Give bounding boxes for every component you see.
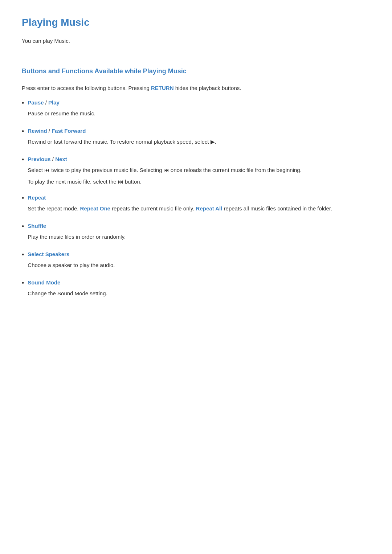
bullet-dot: • [22,279,24,288]
features-list: • Pause / Play Pause or resume the music… [22,98,370,299]
bullet-dot: • [22,127,24,136]
repeat-all-highlight: Repeat All [196,205,222,212]
list-item: • Select Speakers Choose a speaker to pl… [22,250,370,271]
bullet-content: Sound Mode Change the Sound Mode setting… [28,278,370,299]
previous-next-label: Previous / Next [28,155,370,164]
rewind-ff-description: Rewind or fast forward the music. To res… [28,138,370,146]
pause-play-description: Pause or resume the music. [28,109,370,118]
select-speakers-description: Choose a speaker to play the audio. [28,261,370,270]
rewind-label: Rewind [28,128,47,134]
bullet-content: Rewind / Fast Forward Rewind or fast for… [28,127,370,148]
bullet-content: Repeat Set the repeat mode. Repeat One r… [28,193,370,214]
pause-label: Pause [28,99,44,106]
page-title: Playing Music [22,15,370,31]
repeat-text: Repeat [28,194,46,201]
separator: / [47,128,52,134]
separator: / [51,156,56,162]
return-highlight: RETURN [151,85,174,91]
shuffle-description: Play the music files in order or randoml… [28,233,370,241]
sound-mode-description: Change the Sound Mode setting. [28,289,370,298]
list-item: • Pause / Play Pause or resume the music… [22,98,370,119]
shuffle-label: Shuffle [28,222,370,230]
previous-description: Select ⏮ twice to play the previous musi… [28,166,370,175]
list-item: • Sound Mode Change the Sound Mode setti… [22,278,370,299]
sound-mode-text: Sound Mode [28,279,60,286]
list-item: • Previous / Next Select ⏮ twice to play… [22,155,370,186]
rewind-ff-label: Rewind / Fast Forward [28,127,370,135]
section-divider [22,57,370,57]
section-intro: Press enter to access the following butt… [22,84,370,93]
bullet-content: Previous / Next Select ⏮ twice to play t… [28,155,370,186]
bullet-dot: • [22,222,24,231]
bullet-content: Shuffle Play the music files in order or… [28,222,370,243]
pause-play-label: Pause / Play [28,98,370,107]
repeat-description: Set the repeat mode. Repeat One repeats … [28,204,370,213]
select-speakers-text: Select Speakers [28,251,69,257]
select-speakers-label: Select Speakers [28,250,370,259]
previous-label: Previous [28,156,50,162]
list-item: • Shuffle Play the music files in order … [22,222,370,243]
bullet-dot: • [22,250,24,259]
shuffle-text: Shuffle [28,223,46,229]
bullet-content: Pause / Play Pause or resume the music. [28,98,370,119]
list-item: • Rewind / Fast Forward Rewind or fast f… [22,127,370,148]
play-label: Play [48,99,60,106]
list-item: • Repeat Set the repeat mode. Repeat One… [22,193,370,214]
next-label: Next [55,156,67,162]
sound-mode-label: Sound Mode [28,278,370,287]
repeat-label: Repeat [28,193,370,202]
repeat-one-highlight: Repeat One [80,205,110,212]
bullet-dot: • [22,194,24,203]
section-title: Buttons and Functions Available while Pl… [22,66,370,78]
bullet-dot: • [22,99,24,108]
next-description: To play the next music file, select the … [28,177,370,186]
intro-text: You can play Music. [22,37,370,45]
fast-forward-label: Fast Forward [52,128,86,134]
separator: / [44,99,49,106]
bullet-content: Select Speakers Choose a speaker to play… [28,250,370,271]
bullet-dot: • [22,155,24,164]
